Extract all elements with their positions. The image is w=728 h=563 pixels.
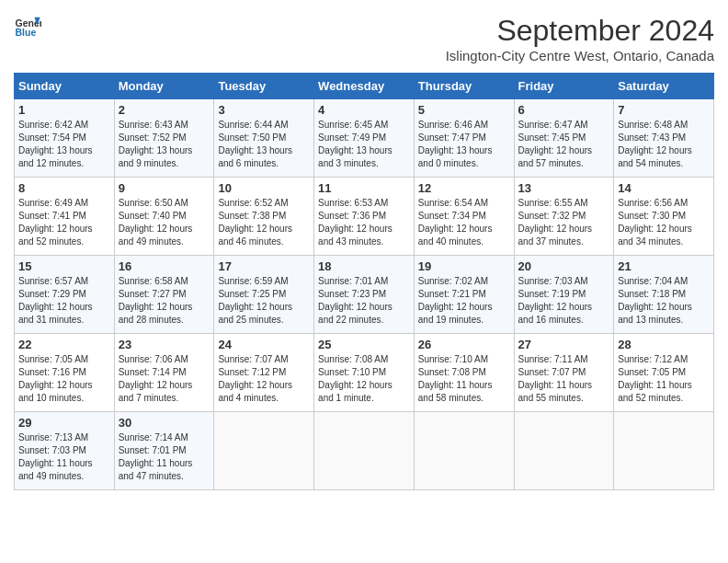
- day-info: Sunrise: 6:45 AMSunset: 7:49 PMDaylight:…: [318, 119, 410, 170]
- calendar-cell: 6Sunrise: 6:47 AMSunset: 7:45 PMDaylight…: [514, 99, 614, 178]
- calendar-cell: 18Sunrise: 7:01 AMSunset: 7:23 PMDayligh…: [314, 256, 415, 334]
- calendar-cell: 26Sunrise: 7:10 AMSunset: 7:08 PMDayligh…: [414, 334, 514, 412]
- calendar-cell: 14Sunrise: 6:56 AMSunset: 7:30 PMDayligh…: [614, 178, 714, 256]
- header-saturday: Saturday: [614, 74, 714, 99]
- day-number: 23: [119, 338, 210, 351]
- calendar-week-3: 15Sunrise: 6:57 AMSunset: 7:29 PMDayligh…: [15, 256, 714, 334]
- day-info: Sunrise: 6:56 AMSunset: 7:30 PMDaylight:…: [618, 197, 710, 248]
- day-info: Sunrise: 7:06 AMSunset: 7:14 PMDaylight:…: [119, 353, 210, 405]
- calendar-cell: [414, 412, 514, 490]
- day-info: Sunrise: 6:55 AMSunset: 7:32 PMDaylight:…: [518, 197, 610, 248]
- svg-text:Blue: Blue: [16, 27, 37, 38]
- day-number: 19: [418, 259, 510, 273]
- calendar-cell: 9Sunrise: 6:50 AMSunset: 7:40 PMDaylight…: [114, 178, 214, 256]
- day-number: 9: [119, 181, 210, 195]
- logo: General Blue: [14, 14, 41, 41]
- day-info: Sunrise: 6:49 AMSunset: 7:41 PMDaylight:…: [18, 197, 110, 248]
- calendar-cell: [614, 412, 714, 490]
- day-info: Sunrise: 6:48 AMSunset: 7:43 PMDaylight:…: [618, 119, 710, 170]
- calendar-week-1: 1Sunrise: 6:42 AMSunset: 7:54 PMDaylight…: [15, 99, 714, 178]
- calendar-cell: 1Sunrise: 6:42 AMSunset: 7:54 PMDaylight…: [15, 99, 115, 178]
- day-number: 1: [18, 103, 110, 117]
- page-subtitle: Islington-City Centre West, Ontario, Can…: [446, 48, 714, 63]
- day-info: Sunrise: 6:57 AMSunset: 7:29 PMDaylight:…: [18, 275, 110, 327]
- day-number: 2: [119, 103, 210, 117]
- day-number: 21: [618, 259, 710, 273]
- header-thursday: Thursday: [414, 74, 514, 99]
- header-friday: Friday: [514, 74, 614, 99]
- calendar-cell: 23Sunrise: 7:06 AMSunset: 7:14 PMDayligh…: [114, 334, 214, 412]
- day-info: Sunrise: 7:12 AMSunset: 7:05 PMDaylight:…: [618, 353, 710, 405]
- day-number: 12: [418, 181, 510, 195]
- day-info: Sunrise: 7:01 AMSunset: 7:23 PMDaylight:…: [318, 275, 410, 327]
- calendar-cell: 15Sunrise: 6:57 AMSunset: 7:29 PMDayligh…: [15, 256, 115, 334]
- day-number: 15: [18, 259, 110, 273]
- day-info: Sunrise: 6:44 AMSunset: 7:50 PMDaylight:…: [218, 119, 310, 170]
- calendar-cell: 8Sunrise: 6:49 AMSunset: 7:41 PMDaylight…: [15, 178, 115, 256]
- calendar-cell: 21Sunrise: 7:04 AMSunset: 7:18 PMDayligh…: [614, 256, 714, 334]
- calendar-cell: 30Sunrise: 7:14 AMSunset: 7:01 PMDayligh…: [114, 412, 214, 490]
- calendar-cell: 28Sunrise: 7:12 AMSunset: 7:05 PMDayligh…: [614, 334, 714, 412]
- calendar-cell: 29Sunrise: 7:13 AMSunset: 7:03 PMDayligh…: [15, 412, 115, 490]
- calendar-week-4: 22Sunrise: 7:05 AMSunset: 7:16 PMDayligh…: [15, 334, 714, 412]
- calendar-cell: 25Sunrise: 7:08 AMSunset: 7:10 PMDayligh…: [314, 334, 415, 412]
- day-info: Sunrise: 7:02 AMSunset: 7:21 PMDaylight:…: [418, 275, 510, 327]
- day-number: 16: [119, 259, 210, 273]
- calendar-cell: 2Sunrise: 6:43 AMSunset: 7:52 PMDaylight…: [114, 99, 214, 178]
- day-info: Sunrise: 6:58 AMSunset: 7:27 PMDaylight:…: [119, 275, 210, 327]
- title-area: September 2024 Islington-City Centre Wes…: [446, 14, 714, 63]
- day-number: 11: [318, 181, 410, 195]
- calendar-cell: 4Sunrise: 6:45 AMSunset: 7:49 PMDaylight…: [314, 99, 415, 178]
- calendar-cell: 20Sunrise: 7:03 AMSunset: 7:19 PMDayligh…: [514, 256, 614, 334]
- calendar-cell: 22Sunrise: 7:05 AMSunset: 7:16 PMDayligh…: [15, 334, 115, 412]
- calendar-cell: 11Sunrise: 6:53 AMSunset: 7:36 PMDayligh…: [314, 178, 415, 256]
- day-info: Sunrise: 6:59 AMSunset: 7:25 PMDaylight:…: [218, 275, 310, 327]
- header-tuesday: Tuesday: [214, 74, 314, 99]
- day-number: 27: [518, 338, 610, 351]
- day-info: Sunrise: 7:08 AMSunset: 7:10 PMDaylight:…: [318, 353, 410, 405]
- day-info: Sunrise: 7:11 AMSunset: 7:07 PMDaylight:…: [518, 353, 610, 405]
- calendar-cell: 19Sunrise: 7:02 AMSunset: 7:21 PMDayligh…: [414, 256, 514, 334]
- day-number: 26: [418, 338, 510, 351]
- day-info: Sunrise: 7:10 AMSunset: 7:08 PMDaylight:…: [418, 353, 510, 405]
- header-sunday: Sunday: [15, 74, 115, 99]
- calendar-week-2: 8Sunrise: 6:49 AMSunset: 7:41 PMDaylight…: [15, 178, 714, 256]
- calendar-cell: [214, 412, 314, 490]
- day-info: Sunrise: 6:52 AMSunset: 7:38 PMDaylight:…: [218, 197, 310, 248]
- day-number: 25: [318, 338, 410, 351]
- calendar-cell: 10Sunrise: 6:52 AMSunset: 7:38 PMDayligh…: [214, 178, 314, 256]
- day-info: Sunrise: 6:53 AMSunset: 7:36 PMDaylight:…: [318, 197, 410, 248]
- calendar-cell: [514, 412, 614, 490]
- day-number: 24: [218, 338, 310, 351]
- day-number: 7: [618, 103, 710, 117]
- page-title: September 2024: [446, 14, 714, 48]
- header-monday: Monday: [114, 74, 214, 99]
- calendar-cell: 3Sunrise: 6:44 AMSunset: 7:50 PMDaylight…: [214, 99, 314, 178]
- calendar-cell: 27Sunrise: 7:11 AMSunset: 7:07 PMDayligh…: [514, 334, 614, 412]
- day-info: Sunrise: 6:47 AMSunset: 7:45 PMDaylight:…: [518, 119, 610, 170]
- calendar-cell: [314, 412, 415, 490]
- calendar-cell: 17Sunrise: 6:59 AMSunset: 7:25 PMDayligh…: [214, 256, 314, 334]
- calendar-header-row: SundayMondayTuesdayWednesdayThursdayFrid…: [15, 74, 714, 99]
- calendar-cell: 5Sunrise: 6:46 AMSunset: 7:47 PMDaylight…: [414, 99, 514, 178]
- day-number: 22: [18, 338, 110, 351]
- calendar-cell: 12Sunrise: 6:54 AMSunset: 7:34 PMDayligh…: [414, 178, 514, 256]
- day-number: 20: [518, 259, 610, 273]
- day-number: 17: [218, 259, 310, 273]
- day-info: Sunrise: 6:43 AMSunset: 7:52 PMDaylight:…: [119, 119, 210, 170]
- calendar-table: SundayMondayTuesdayWednesdayThursdayFrid…: [14, 73, 714, 490]
- page-header: General Blue September 2024 Islington-Ci…: [14, 14, 714, 63]
- day-info: Sunrise: 7:03 AMSunset: 7:19 PMDaylight:…: [518, 275, 610, 327]
- day-number: 28: [618, 338, 710, 351]
- day-number: 30: [119, 416, 210, 430]
- day-info: Sunrise: 7:05 AMSunset: 7:16 PMDaylight:…: [18, 353, 110, 405]
- logo-icon: General Blue: [14, 14, 41, 41]
- day-number: 29: [18, 416, 110, 430]
- day-number: 3: [218, 103, 310, 117]
- day-number: 8: [18, 181, 110, 195]
- day-number: 18: [318, 259, 410, 273]
- day-info: Sunrise: 7:04 AMSunset: 7:18 PMDaylight:…: [618, 275, 710, 327]
- day-info: Sunrise: 7:14 AMSunset: 7:01 PMDaylight:…: [119, 431, 210, 483]
- day-info: Sunrise: 6:42 AMSunset: 7:54 PMDaylight:…: [18, 119, 110, 170]
- day-info: Sunrise: 7:13 AMSunset: 7:03 PMDaylight:…: [18, 431, 110, 483]
